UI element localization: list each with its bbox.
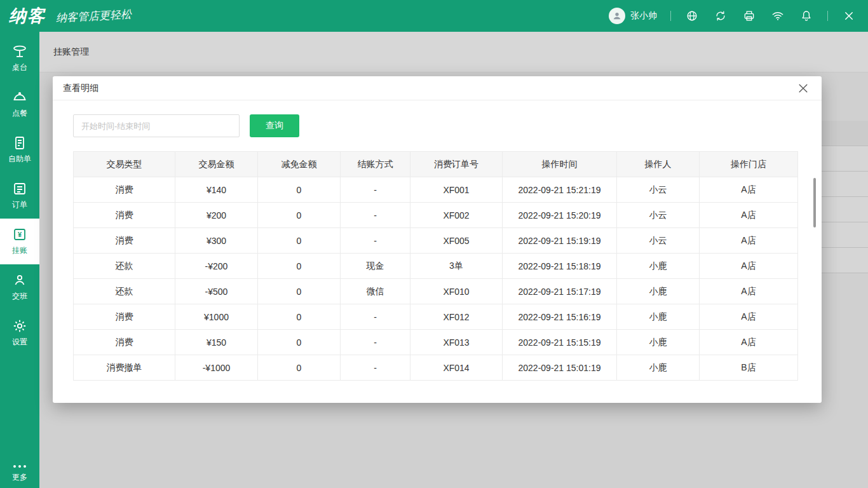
sidebar-item-settings[interactable]: 设置 [0, 310, 39, 356]
sidebar-item-ordering[interactable]: 点餐 [0, 81, 39, 127]
table-cell: 小鹿 [617, 279, 700, 304]
table-row: 消费¥2000-XF0022022-09-21 15:20:19小云A店 [74, 203, 798, 228]
background-row [821, 222, 868, 248]
table-cell: XF014 [410, 355, 503, 381]
table-cell: 小云 [617, 177, 700, 203]
sidebar-item-label: 订单 [12, 200, 27, 210]
table-cell: XF001 [410, 177, 503, 203]
table-cell: A店 [700, 330, 798, 355]
shift-icon [12, 273, 27, 288]
table-cell: 2022-09-21 15:17:19 [503, 279, 617, 304]
close-app-icon[interactable] [841, 8, 857, 24]
sidebar-item-credit[interactable]: ¥挂账 [0, 219, 39, 264]
credit-icon: ¥ [12, 227, 27, 242]
more-dots-icon [13, 465, 26, 468]
sidebar-item-label: 挂账 [12, 245, 27, 256]
table-cell: 0 [258, 355, 341, 381]
table-cell: ¥140 [175, 177, 258, 203]
table-cell: B店 [700, 355, 798, 381]
table-cell: 2022-09-21 15:15:19 [503, 330, 617, 355]
table-cell: XF005 [410, 228, 503, 254]
column-header: 消费订单号 [410, 152, 503, 177]
table-cell: 2022-09-21 15:16:19 [503, 304, 617, 330]
table-cell: A店 [700, 279, 798, 304]
background-row [821, 146, 868, 172]
bell-icon[interactable] [799, 8, 814, 24]
table-row: 消费¥1500-XF0132022-09-21 15:15:19小鹿A店 [74, 330, 798, 355]
table-row: 消费¥3000-XF0052022-09-21 15:19:19小云A店 [74, 228, 798, 254]
table-cell: 0 [258, 254, 341, 279]
date-range-input[interactable] [73, 114, 240, 137]
table-cell: 还款 [74, 279, 175, 304]
sidebar: 桌台点餐自助单订单¥挂账交班设置 更多 [0, 32, 39, 488]
detail-modal: 查看明细 查询 交易类型交易金额减免金额结账方式消费订单号操作时间操作人操作门店… [53, 76, 822, 403]
background-row [821, 121, 868, 146]
table-cell: - [341, 203, 410, 228]
table-cell: -¥500 [175, 279, 258, 304]
modal-title: 查看明细 [63, 83, 98, 94]
table-header-row: 交易类型交易金额减免金额结账方式消费订单号操作时间操作人操作门店 [74, 152, 798, 177]
table-cell: 小鹿 [617, 304, 700, 330]
table-cell: 消费 [74, 330, 175, 355]
sidebar-menu: 桌台点餐自助单订单¥挂账交班设置 [0, 32, 39, 356]
table-cell: - [341, 304, 410, 330]
table-row: 消费¥1400-XF0012022-09-21 15:21:19小云A店 [74, 177, 798, 203]
sidebar-item-orders[interactable]: 订单 [0, 173, 39, 219]
table-cell: 还款 [74, 254, 175, 279]
table-cell: 2022-09-21 15:19:19 [503, 228, 617, 254]
divider [827, 11, 828, 21]
modal-close-icon[interactable] [795, 80, 811, 97]
query-button[interactable]: 查询 [250, 114, 299, 137]
sidebar-item-label: 自助单 [8, 154, 31, 165]
table-cell: A店 [700, 177, 798, 203]
sidebar-item-label: 点餐 [12, 108, 27, 119]
table-cell: XF012 [410, 304, 503, 330]
sidebar-item-self-service[interactable]: 自助单 [0, 127, 39, 173]
app-window: 纳客 纳客管店更轻松 张小帅 [0, 0, 868, 488]
table-row: 还款-¥5000微信XF0102022-09-21 15:17:19小鹿A店 [74, 279, 798, 304]
column-header: 结账方式 [341, 152, 410, 177]
app-slogan: 纳客管店更轻松 [55, 6, 132, 25]
background-table-sliver [821, 121, 868, 273]
sidebar-item-tables[interactable]: 桌台 [0, 36, 39, 81]
sync-icon[interactable] [713, 8, 728, 24]
table-cell: ¥150 [175, 330, 258, 355]
column-header: 交易金额 [175, 152, 258, 177]
column-header: 操作人 [617, 152, 700, 177]
sidebar-item-label: 交班 [12, 291, 27, 302]
table-cell: A店 [700, 304, 798, 330]
table-cell: 消费 [74, 228, 175, 254]
app-logo: 纳客 [9, 4, 46, 27]
table-cell: 小鹿 [617, 254, 700, 279]
sidebar-item-more[interactable]: 更多 [0, 465, 39, 483]
column-header: 减免金额 [258, 152, 341, 177]
table-cell: XF013 [410, 330, 503, 355]
table-cell: 消费 [74, 177, 175, 203]
user-menu[interactable]: 张小帅 [609, 8, 657, 24]
table-cell: 2022-09-21 15:21:19 [503, 177, 617, 203]
table-cell: 0 [258, 228, 341, 254]
cloche-icon [12, 90, 27, 105]
transactions-table: 交易类型交易金额减免金额结账方式消费订单号操作时间操作人操作门店消费¥1400-… [73, 151, 798, 381]
username: 张小帅 [630, 10, 657, 22]
sidebar-more-label: 更多 [12, 472, 27, 483]
sidebar-item-label: 桌台 [12, 62, 27, 73]
sidebar-item-shift[interactable]: 交班 [0, 264, 39, 310]
table-row: 还款-¥2000现金3单2022-09-21 15:18:19小鹿A店 [74, 254, 798, 279]
page-header: 挂账管理 [39, 32, 868, 72]
table-cell: 0 [258, 304, 341, 330]
table-cell: 小云 [617, 228, 700, 254]
printer-icon[interactable] [742, 8, 757, 24]
topbar-actions: 张小帅 [609, 8, 857, 24]
modal-scrollbar[interactable] [813, 178, 816, 227]
table-cell: - [341, 330, 410, 355]
table-cell: 现金 [341, 254, 410, 279]
wifi-icon[interactable] [770, 8, 785, 24]
table-cell: 2022-09-21 15:20:19 [503, 203, 617, 228]
table-cell: 消费 [74, 203, 175, 228]
order-count-link[interactable]: 3单 [410, 254, 503, 279]
page-title: 挂账管理 [53, 46, 89, 58]
table-cell: 消费撤单 [74, 355, 175, 381]
service-globe-icon[interactable] [684, 8, 700, 24]
topbar: 纳客 纳客管店更轻松 张小帅 [0, 0, 868, 32]
